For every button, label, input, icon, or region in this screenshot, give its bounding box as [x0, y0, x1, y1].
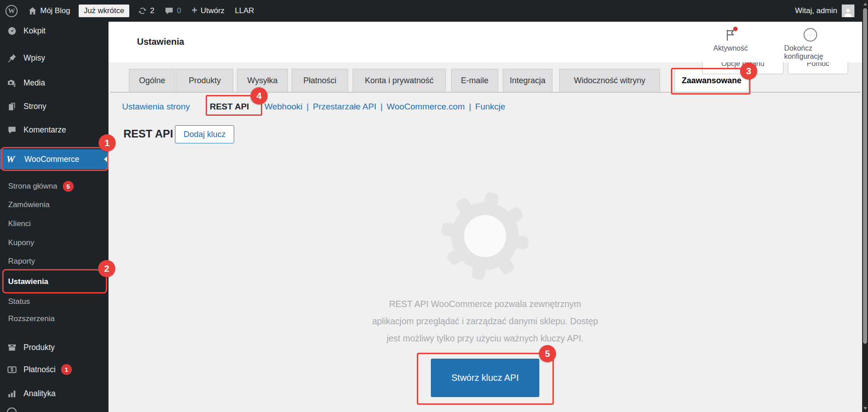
home-count-badge: 5	[63, 181, 74, 192]
sidebar-subitem-coupons[interactable]: Kupony	[0, 234, 108, 252]
sidebar-item-media[interactable]: Media	[0, 74, 108, 92]
rest-api-description: REST API WooCommerce pozwala zewnętrznym…	[359, 295, 612, 347]
updates-menu[interactable]: 2	[138, 6, 154, 15]
sidebar-subitem-status[interactable]: Status	[0, 293, 108, 311]
site-name: Mój Blog	[40, 6, 70, 15]
comments-menu[interactable]: 0	[165, 6, 181, 15]
tab-integration[interactable]: Integracja	[503, 69, 552, 92]
plus-icon: +	[192, 5, 198, 15]
tab-payments-label: Płatności	[303, 76, 336, 85]
vertical-scrollbar[interactable]	[862, 0, 868, 412]
sidebar-subitem-orders[interactable]: Zamówienia	[0, 196, 108, 214]
sidebar-label-posts: Wpisy	[24, 53, 45, 63]
partial-menu-icon	[7, 407, 17, 412]
sidebar-subitem-extensions[interactable]: Rozszerzenia	[0, 310, 108, 328]
add-key-label: Dodaj klucz	[184, 130, 226, 139]
sidebar-item-dashboard[interactable]: Kokpit	[0, 22, 108, 40]
subnav-link-page-setup[interactable]: Ustawienia strony	[122, 102, 190, 112]
tab-accounts-privacy[interactable]: Konta i prywatność	[353, 69, 446, 92]
sidebar-item-pages[interactable]: Strony	[0, 97, 108, 115]
avatar[interactable]	[842, 5, 854, 17]
bar-chart-icon	[6, 388, 17, 399]
sidebar-item-posts[interactable]: Wpisy	[0, 49, 108, 67]
content-area: Opcje ekranu Pomoc Ustawienia Aktywność …	[108, 22, 862, 412]
scroll-down-arrow[interactable]	[863, 407, 867, 410]
sidebar-label-payments: Płatności	[24, 365, 56, 374]
tab-products[interactable]: Produkty	[176, 69, 233, 92]
subnav-link-webhooks[interactable]: Webhooki	[264, 102, 302, 112]
sidebar-subitem-customers[interactable]: Klienci	[0, 215, 108, 233]
subitem-status-label: Status	[8, 297, 30, 306]
user-greeting[interactable]: Witaj, admin	[795, 6, 837, 15]
llar-menu[interactable]: LLAR	[235, 6, 255, 15]
tab-general-label: Ogólne	[139, 76, 165, 85]
payments-dollar-icon: $	[6, 364, 17, 375]
subnav-separator: |	[380, 102, 382, 112]
tab-products-label: Produkty	[189, 76, 221, 85]
subnav-link-features[interactable]: Funkcje	[475, 102, 505, 112]
activity-label: Aktywność	[713, 44, 748, 52]
sidebar-item-payments[interactable]: $ Płatności 1	[0, 360, 108, 379]
sidebar-item-products[interactable]: Produkty	[0, 338, 108, 356]
description-line-2: aplikacjom przeglądać i zarządzać danymi…	[359, 313, 612, 330]
sidebar-label-pages: Strony	[24, 102, 47, 111]
llar-label: LLAR	[235, 6, 255, 15]
tab-site-visibility-label: Widoczność witryny	[574, 76, 645, 85]
new-content-label: Utwórz	[201, 6, 225, 15]
tab-general[interactable]: Ogólne	[129, 69, 175, 92]
tab-shipping-label: Wysyłka	[247, 76, 278, 85]
sidebar-subitem-reports[interactable]: Raporty	[0, 252, 108, 270]
sidebar-item-woocommerce[interactable]: W WooCommerce	[0, 149, 108, 169]
progress-circle-icon	[803, 28, 817, 42]
tab-shipping[interactable]: Wysyłka	[237, 69, 288, 92]
advanced-subnav: Ustawienia strony REST API Webhooki | Pr…	[122, 100, 505, 113]
pushpin-icon	[6, 52, 17, 63]
scroll-up-arrow[interactable]	[863, 3, 867, 5]
subnav-link-legacy-api[interactable]: Przestarzałe API	[313, 102, 376, 112]
wordpress-logo-icon[interactable]: W	[5, 5, 18, 17]
flag-icon	[724, 28, 737, 42]
dashboard-gauge-icon	[6, 25, 17, 36]
rest-api-heading: REST API	[123, 128, 173, 140]
site-menu[interactable]: Mój Blog	[28, 6, 70, 15]
activity-panel-button[interactable]: Aktywność	[713, 28, 748, 52]
sidebar-subitem-home[interactable]: Strona główna 5	[0, 177, 108, 195]
sidebar-label-dashboard: Kokpit	[24, 26, 46, 36]
finish-setup-button[interactable]: Dokończ konfigurację	[784, 28, 836, 61]
tab-emails[interactable]: E-maile	[451, 69, 498, 92]
subnav-link-woocommerce-com[interactable]: WooCommerce.com	[387, 102, 465, 112]
page-title: Ustawienia	[137, 37, 184, 47]
woocommerce-icon: W	[6, 154, 18, 165]
subitem-extensions-label: Rozszerzenia	[8, 314, 55, 323]
comments-icon	[6, 124, 17, 135]
subitem-orders-label: Zamówienia	[8, 200, 50, 209]
sidebar-item-analytics[interactable]: Analityka	[0, 384, 108, 403]
scrollbar-thumb[interactable]	[863, 8, 867, 344]
sidebar-label-woocommerce: WooCommerce	[24, 155, 79, 164]
create-api-key-button[interactable]: Stwórz klucz API	[431, 359, 539, 397]
sidebar-label-products: Produkty	[24, 343, 55, 352]
sidebar-subitem-settings[interactable]: Ustawienia	[0, 273, 108, 291]
tab-advanced-label: Zaawansowane	[682, 76, 741, 85]
subitem-home-label: Strona główna	[8, 182, 57, 191]
admin-bar: W Mój Blog Już wkrótce 2 0 + Utwórz LLAR	[0, 0, 868, 22]
sidebar-label-media: Media	[24, 78, 45, 88]
subnav-current-rest-api[interactable]: REST API	[210, 102, 249, 112]
admin-sidebar: Kokpit Wpisy Media Strony Komentarze W W…	[0, 22, 108, 412]
subitem-reports-label: Raporty	[8, 257, 35, 266]
payments-count-badge: 1	[61, 364, 72, 375]
create-api-key-label: Stwórz klucz API	[452, 373, 519, 383]
pages-icon	[6, 101, 17, 112]
subnav-separator: |	[469, 102, 471, 112]
tab-accounts-privacy-label: Konta i prywatność	[365, 76, 434, 85]
tab-site-visibility[interactable]: Widoczność witryny	[559, 69, 660, 92]
add-key-button[interactable]: Dodaj klucz	[175, 125, 234, 143]
tab-payments[interactable]: Płatności	[292, 69, 348, 92]
new-content-menu[interactable]: + Utwórz	[192, 6, 225, 15]
subitem-settings-label: Ustawienia	[8, 277, 48, 286]
description-line-3: jest możliwy tylko przy użyciu ważnych k…	[359, 330, 612, 347]
product-box-icon	[6, 342, 17, 353]
coming-soon-badge: Już wkrótce	[79, 5, 129, 17]
comments-count: 0	[177, 6, 181, 15]
sidebar-item-comments[interactable]: Komentarze	[0, 121, 108, 139]
